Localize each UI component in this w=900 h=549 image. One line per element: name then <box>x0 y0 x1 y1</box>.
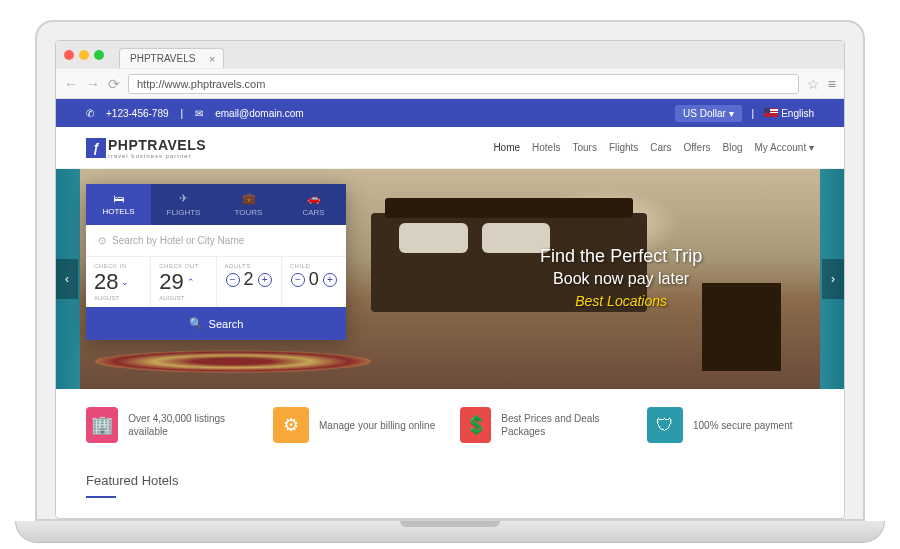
car-icon: 🚗 <box>307 192 321 205</box>
shield-icon: 🛡 <box>647 407 683 443</box>
window-maximize-dot[interactable] <box>94 50 104 60</box>
tab-hotels[interactable]: 🛏HOTELS <box>86 184 151 225</box>
hero-headline-3: Best Locations <box>540 293 702 309</box>
phone-number: +123-456-789 <box>106 108 169 119</box>
section-title: Featured Hotels <box>86 473 179 494</box>
logo[interactable]: ƒ PHPTRAVELS travel business partner <box>86 137 206 159</box>
main-navbar: ƒ PHPTRAVELS travel business partner Hom… <box>56 127 844 169</box>
logo-text: PHPTRAVELS <box>108 137 206 153</box>
decrement-button[interactable]: − <box>291 273 305 287</box>
adults-field: ADULTS − 2 + <box>217 257 282 307</box>
flag-icon <box>764 108 778 117</box>
email-address: email@domain.com <box>215 108 304 119</box>
carousel-prev-button[interactable]: ‹ <box>56 259 78 299</box>
checkin-field[interactable]: CHECK IN 28⌄ AUGUST <box>86 257 151 307</box>
browser-address-bar: ← → ⟳ http://www.phptravels.com ☆ ≡ <box>56 69 844 99</box>
logo-tagline: travel business partner <box>108 153 206 159</box>
phone-icon: ✆ <box>86 108 94 119</box>
pin-icon: ⊙ <box>98 235 106 246</box>
bed-icon: 🛏 <box>113 192 124 204</box>
site-topbar: ✆ +123-456-789 | ✉ email@domain.com US D… <box>56 99 844 127</box>
chevron-down-icon: ⌄ <box>121 277 129 287</box>
browser-tab[interactable]: PHPTRAVELS × <box>119 48 224 68</box>
url-input[interactable]: http://www.phptravels.com <box>128 74 799 94</box>
increment-button[interactable]: + <box>323 273 337 287</box>
tab-flights[interactable]: ✈FLIGHTS <box>151 184 216 225</box>
hero-text: Find the Perfect Trip Book now pay later… <box>540 246 702 309</box>
checkout-field[interactable]: CHECK OUT 29⌃ AUGUST <box>151 257 216 307</box>
nav-account[interactable]: My Account ▾ <box>755 142 814 153</box>
laptop-base <box>15 521 885 543</box>
email-icon: ✉ <box>195 108 203 119</box>
nav-hotels[interactable]: Hotels <box>532 142 560 153</box>
search-tabs: 🛏HOTELS ✈FLIGHTS 💼TOURS 🚗CARS <box>86 184 346 225</box>
child-field: CHILD − 0 + <box>282 257 346 307</box>
nav-blog[interactable]: Blog <box>723 142 743 153</box>
close-icon[interactable]: × <box>209 53 215 65</box>
divider: | <box>181 108 184 119</box>
hero-carousel: ‹ › Find the Perfect Trip Book now pay l… <box>56 169 844 389</box>
nav-links: Home Hotels Tours Flights Cars Offers Bl… <box>493 142 814 153</box>
window-close-dot[interactable] <box>64 50 74 60</box>
hero-headline-1: Find the Perfect Trip <box>540 246 702 267</box>
chevron-up-icon: ⌃ <box>187 277 195 287</box>
search-input[interactable]: ⊙ Search by Hotel or City Name <box>86 225 346 257</box>
reload-icon[interactable]: ⟳ <box>108 76 120 92</box>
tag-icon: 💲 <box>460 407 491 443</box>
divider: | <box>752 108 755 119</box>
hero-headline-2: Book now pay later <box>540 270 702 288</box>
increment-button[interactable]: + <box>258 273 272 287</box>
menu-icon[interactable]: ≡ <box>828 76 836 92</box>
nav-offers[interactable]: Offers <box>683 142 710 153</box>
back-icon[interactable]: ← <box>64 76 78 92</box>
feature-prices: 💲 Best Prices and Deals Packages <box>460 407 627 443</box>
logo-icon: ƒ <box>86 138 106 158</box>
carousel-next-button[interactable]: › <box>822 259 844 299</box>
search-placeholder: Search by Hotel or City Name <box>112 235 244 246</box>
currency-selector[interactable]: US Dollar ▾ <box>675 105 742 122</box>
plane-icon: ✈ <box>179 192 188 205</box>
features-row: 🏢 Over 4,30,000 listings available ⚙ Man… <box>56 389 844 461</box>
tab-cars[interactable]: 🚗CARS <box>281 184 346 225</box>
feature-billing: ⚙ Manage your billing online <box>273 407 440 443</box>
feature-secure: 🛡 100% secure payment <box>647 407 814 443</box>
tab-tours[interactable]: 💼TOURS <box>216 184 281 225</box>
search-params-row: CHECK IN 28⌄ AUGUST CHECK OUT 29⌃ AUGUST… <box>86 257 346 307</box>
nav-tours[interactable]: Tours <box>572 142 596 153</box>
tab-title: PHPTRAVELS <box>130 53 195 64</box>
search-icon: 🔍 <box>189 317 203 330</box>
nav-home[interactable]: Home <box>493 142 520 153</box>
nav-flights[interactable]: Flights <box>609 142 638 153</box>
feature-listings: 🏢 Over 4,30,000 listings available <box>86 407 253 443</box>
language-selector[interactable]: English <box>764 108 814 119</box>
forward-icon[interactable]: → <box>86 76 100 92</box>
search-button[interactable]: 🔍 Search <box>86 307 346 340</box>
building-icon: 🏢 <box>86 407 118 443</box>
search-widget: 🛏HOTELS ✈FLIGHTS 💼TOURS 🚗CARS ⊙ Search b… <box>86 184 346 340</box>
window-minimize-dot[interactable] <box>79 50 89 60</box>
nav-cars[interactable]: Cars <box>650 142 671 153</box>
decrement-button[interactable]: − <box>226 273 240 287</box>
briefcase-icon: 💼 <box>242 192 256 205</box>
featured-section: Featured Hotels <box>56 461 844 518</box>
star-icon[interactable]: ☆ <box>807 76 820 92</box>
browser-tab-bar: PHPTRAVELS × <box>56 41 844 69</box>
gear-icon: ⚙ <box>273 407 309 443</box>
title-underline <box>86 496 116 498</box>
